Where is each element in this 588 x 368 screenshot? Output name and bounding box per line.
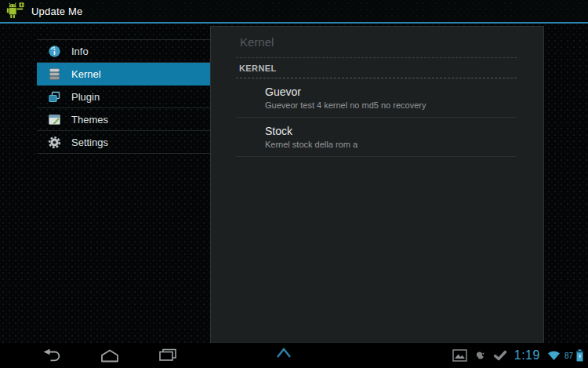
list-item-guevor[interactable]: Guevor Gueveor test 4 kernel no md5 no r… [211, 78, 543, 117]
pref-title: Guevor [265, 86, 517, 98]
preference-headers-list: Info Kernel Plugin [37, 39, 213, 154]
back-icon [40, 348, 64, 363]
menu-caret-up-icon[interactable] [274, 347, 293, 359]
system-navigation-bar: 1:19 87 [0, 343, 588, 368]
wifi-icon [547, 350, 561, 361]
recent-apps-icon [156, 348, 180, 363]
sidebar-item-kernel[interactable]: Kernel [37, 63, 213, 86]
status-bar-cluster[interactable]: 1:19 87 [452, 343, 583, 368]
sidebar-item-label: Settings [71, 137, 108, 148]
app-title: Update Me [31, 5, 82, 17]
plugin-icon [47, 89, 61, 104]
battery-icon [576, 349, 583, 362]
sidebar-item-label: Kernel [71, 68, 101, 80]
themes-icon [47, 112, 61, 126]
sidebar-item-info[interactable]: Info [37, 40, 213, 63]
preference-content-panel: Kernel KERNEL Guevor Gueveor test 4 kern… [210, 26, 544, 343]
list-item-stock[interactable]: Stock Kernel stock della rom a [211, 118, 543, 156]
screenshot-notification-icon [452, 349, 467, 362]
action-bar: Update Me [0, 0, 588, 24]
sidebar-item-themes[interactable]: Themes [37, 108, 213, 131]
section-header: KERNEL [239, 64, 543, 73]
sidebar-item-label: Themes [71, 114, 108, 126]
android-robot-update-icon [4, 1, 25, 21]
breadcrumb: Kernel [240, 35, 543, 49]
check-icon [493, 350, 507, 361]
battery-percent: 87 [564, 352, 573, 360]
divider [236, 156, 517, 157]
gear-icon [47, 135, 61, 149]
pref-subtitle: Gueveor test 4 kernel no md5 no recovery [265, 100, 517, 110]
clock: 1:19 [514, 348, 540, 363]
divider [236, 57, 517, 58]
back-button[interactable] [39, 347, 64, 364]
pref-subtitle: Kernel stock della rom a [265, 140, 517, 149]
pref-title: Stock [265, 125, 517, 137]
home-button[interactable] [97, 347, 122, 364]
android-tablet-screen: Update Me Info [0, 0, 588, 368]
sidebar-item-settings[interactable]: Settings [37, 131, 213, 154]
sidebar-item-label: Info [71, 46, 89, 57]
sidebar-item-label: Plugin [71, 91, 100, 103]
app-android-robot-icon[interactable] [4, 1, 25, 21]
home-icon [98, 348, 122, 363]
nav-buttons [39, 343, 180, 368]
notification-bird-icon [474, 350, 486, 362]
info-icon [47, 44, 61, 58]
sidebar-item-plugin[interactable]: Plugin [37, 86, 213, 108]
recent-apps-button[interactable] [155, 347, 180, 364]
database-icon [47, 67, 61, 81]
